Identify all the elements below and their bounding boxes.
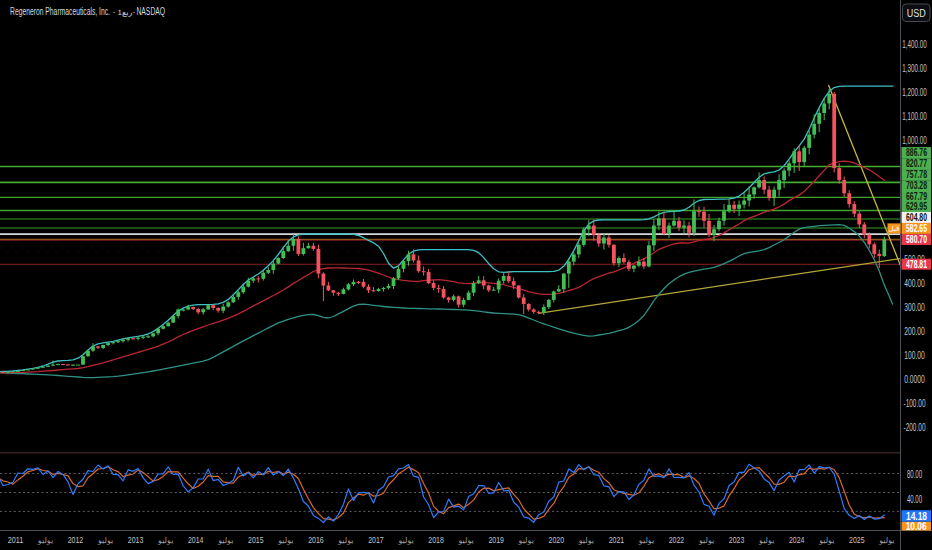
svg-text:2022: 2022: [669, 534, 685, 545]
svg-text:-100.00: -100.00: [904, 398, 926, 409]
svg-text:2017: 2017: [368, 534, 384, 545]
svg-text:100.00: 100.00: [904, 350, 925, 361]
svg-text:80.00: 80.00: [907, 469, 923, 480]
svg-text:1,400.00: 1,400.00: [902, 39, 927, 50]
svg-text:يوليو: يوليو: [878, 536, 894, 545]
svg-text:يوليو: يوليو: [157, 536, 173, 545]
svg-text:NASDAQ: NASDAQ: [137, 6, 166, 17]
svg-text:2011: 2011: [8, 534, 24, 545]
svg-text:667.79: 667.79: [906, 191, 927, 202]
svg-text:-200.00: -200.00: [904, 422, 926, 433]
svg-text:يوليو: يوليو: [818, 536, 834, 545]
svg-text:2023: 2023: [729, 534, 745, 545]
svg-text:10.06: 10.06: [906, 521, 927, 532]
svg-text:Regeneron Pharmaceuticals, Inc: Regeneron Pharmaceuticals, Inc.: [10, 6, 110, 17]
svg-text:1,000.00: 1,000.00: [902, 135, 927, 146]
svg-text:قبل: قبل: [889, 225, 900, 232]
svg-text:886.76: 886.76: [906, 147, 927, 158]
svg-text:703.28: 703.28: [906, 180, 927, 191]
svg-text:0.0000: 0.0000: [904, 374, 925, 385]
svg-text:200.00: 200.00: [904, 326, 925, 337]
svg-text:ربع1: ربع1: [118, 8, 133, 17]
svg-text:2015: 2015: [248, 534, 264, 545]
svg-text:629.95: 629.95: [906, 201, 927, 212]
svg-text:580.70: 580.70: [906, 234, 927, 245]
svg-text:2024: 2024: [789, 534, 805, 545]
svg-text:يوليو: يوليو: [638, 536, 654, 545]
svg-text:582.65: 582.65: [906, 223, 927, 234]
svg-text:يوليو: يوليو: [337, 536, 353, 545]
svg-text:·: ·: [133, 7, 136, 17]
svg-text:2025: 2025: [849, 534, 865, 545]
svg-text:يوليو: يوليو: [217, 536, 233, 545]
svg-text:يوليو: يوليو: [698, 536, 714, 545]
svg-text:يوليو: يوليو: [277, 536, 293, 545]
svg-text:2021: 2021: [609, 534, 625, 545]
svg-text:1,200.00: 1,200.00: [902, 87, 927, 98]
svg-text:يوليو: يوليو: [397, 536, 413, 545]
svg-text:14.18: 14.18: [906, 511, 927, 522]
svg-text:2018: 2018: [428, 534, 444, 545]
svg-text:يوليو: يوليو: [578, 536, 594, 545]
svg-text:2013: 2013: [128, 534, 144, 545]
svg-text:يوليو: يوليو: [518, 536, 534, 545]
svg-text:1,100.00: 1,100.00: [902, 111, 927, 122]
svg-text:يوليو: يوليو: [37, 536, 53, 545]
svg-text:2020: 2020: [549, 534, 565, 545]
svg-text:400.00: 400.00: [904, 278, 925, 289]
svg-text:2016: 2016: [308, 534, 324, 545]
svg-text:·: ·: [113, 7, 116, 17]
svg-text:2019: 2019: [488, 534, 504, 545]
svg-text:2014: 2014: [188, 534, 204, 545]
svg-text:300.00: 300.00: [904, 302, 925, 313]
svg-text:757.78: 757.78: [906, 169, 927, 180]
svg-text:يوليو: يوليو: [97, 536, 113, 545]
svg-text:1,300.00: 1,300.00: [902, 63, 927, 74]
svg-text:478.81: 478.81: [906, 259, 927, 270]
svg-text:2012: 2012: [68, 534, 84, 545]
svg-text:40.00: 40.00: [907, 494, 923, 505]
svg-text:604.80: 604.80: [906, 212, 927, 223]
svg-text:820.77: 820.77: [906, 158, 927, 169]
svg-text:يوليو: يوليو: [758, 536, 774, 545]
svg-text:USD: USD: [907, 8, 926, 19]
svg-text:يوليو: يوليو: [457, 536, 473, 545]
